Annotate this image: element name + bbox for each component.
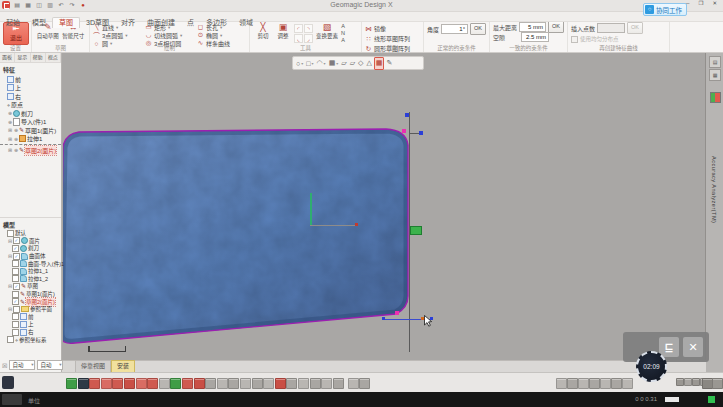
plane-front-icon[interactable]: ▱: [340, 58, 347, 69]
panel-tab-面板[interactable]: 面板: [0, 52, 15, 62]
plane-side-icon[interactable]: ▱: [349, 58, 356, 69]
ribbon-tab-3D草图[interactable]: 3D草图: [80, 18, 115, 28]
filter-clear-icon[interactable]: ☒: [2, 362, 7, 369]
taskbar-tool-icon[interactable]: [348, 378, 359, 389]
drag-handle[interactable]: [410, 226, 422, 235]
ribbon-tab-曲面创建[interactable]: 曲面创建: [141, 18, 181, 28]
sketch-point-top[interactable]: [405, 113, 409, 117]
taskbar-tool-icon[interactable]: [124, 378, 135, 389]
pattern-线形草图阵列-button[interactable]: ∷线形草图阵列: [365, 34, 420, 43]
taskbar-tool-icon[interactable]: [676, 378, 684, 386]
ribbon-tab-点[interactable]: 点: [181, 18, 200, 28]
visibility-checkbox[interactable]: [12, 260, 19, 267]
taskbar-tool-icon[interactable]: [66, 378, 77, 389]
taskbar-tool-icon[interactable]: [78, 378, 89, 389]
visibility-checkbox[interactable]: [12, 321, 19, 328]
visibility-checkbox[interactable]: ✓: [13, 253, 20, 260]
deviation-color-icon[interactable]: [710, 92, 721, 103]
pencil-icon[interactable]: ✎: [385, 58, 393, 69]
tree-item[interactable]: ⊞⊕✎草图2(面片): [0, 146, 61, 155]
pattern-镜像-button[interactable]: ⋈镜像: [365, 24, 420, 33]
taskbar-tool-icon[interactable]: [321, 378, 332, 389]
taskbar-tool-icon[interactable]: [182, 378, 193, 389]
ribbon-tab-对齐[interactable]: 对齐: [115, 18, 141, 28]
text-tool-button[interactable]: A: [341, 23, 345, 30]
sketch-line-endpoint-left[interactable]: [382, 317, 385, 320]
text-tool-button[interactable]: N: [341, 30, 345, 37]
taskbar-tool-icon[interactable]: [684, 378, 692, 386]
taskbar-tool-icon[interactable]: [228, 378, 239, 389]
tree-item[interactable]: 前: [0, 75, 61, 84]
taskbar-tool-icon[interactable]: [159, 378, 170, 389]
constraint-ok-button[interactable]: OK: [548, 21, 564, 33]
filter-select-2[interactable]: 自动: [37, 360, 63, 370]
accuracy-analyzer-tab[interactable]: Accuracy Analyzer(TM): [711, 156, 717, 223]
taskbar-tool-icon[interactable]: [170, 378, 181, 389]
collaborate-button[interactable]: ○ 协同工作: [643, 3, 687, 16]
chamfer-icon[interactable]: ◝: [304, 24, 313, 33]
tree-item[interactable]: 上: [0, 84, 61, 93]
taskbar-tool-icon[interactable]: [147, 378, 158, 389]
taskbar-tool-icon[interactable]: [712, 378, 723, 389]
orbit-view-icon[interactable]: ◠▾: [316, 58, 327, 69]
visibility-checkbox[interactable]: [12, 268, 19, 275]
viewport-3d[interactable]: [63, 52, 707, 360]
visibility-checkbox[interactable]: ✓: [13, 283, 20, 290]
taskbar-tool-icon[interactable]: [205, 378, 216, 389]
taskbar-tool-icon[interactable]: [136, 378, 147, 389]
tree-item[interactable]: ⊞⊕✎草图1(面片): [0, 126, 61, 135]
taskbar-tool-icon[interactable]: [263, 378, 274, 389]
visibility-checkbox[interactable]: [13, 306, 20, 313]
maximize-button[interactable]: ❐: [698, 0, 703, 6]
ribbon-tab-草图[interactable]: 草图: [52, 17, 80, 28]
visibility-checkbox[interactable]: [12, 313, 19, 320]
visibility-checkbox[interactable]: [12, 329, 19, 336]
taskbar-tool-icon[interactable]: [286, 378, 297, 389]
taskbar-tool-icon[interactable]: [240, 378, 251, 389]
mesh-sphere-icon[interactable]: ▦▾: [328, 58, 340, 69]
tree-item[interactable]: ⊕导入(件)1: [0, 118, 61, 127]
taskbar-tool-icon[interactable]: [217, 378, 228, 389]
wedge-icon[interactable]: △: [365, 58, 372, 69]
sketch-point-corner[interactable]: [419, 131, 423, 135]
extend-icon[interactable]: ◟: [294, 34, 303, 43]
taskbar-tool-icon[interactable]: [600, 378, 611, 389]
mesh-highlight-icon[interactable]: ▦: [374, 57, 385, 70]
panel-tab-显示[interactable]: 显示: [15, 52, 30, 62]
taskbar-tool-icon[interactable]: [112, 378, 123, 389]
tree-item[interactable]: ⊞⊕拉伸1: [0, 135, 61, 144]
prism-icon[interactable]: ◇: [357, 58, 364, 69]
split-icon[interactable]: ◞: [304, 34, 313, 43]
angle-input[interactable]: 1°: [441, 24, 468, 34]
copy-icon[interactable]: ▤: [709, 56, 721, 68]
taskbar-tool-icon[interactable]: [333, 378, 344, 389]
taskbar-tool-icon[interactable]: [101, 378, 112, 389]
taskbar-tool-icon[interactable]: [556, 378, 567, 389]
view-cube-icon[interactable]: □▾: [305, 58, 314, 69]
draw-3点圆弧-button[interactable]: ⌒3点圆弧▾: [93, 31, 143, 39]
tree-item[interactable]: ⌖参照坐标系: [0, 336, 61, 344]
taskbar-tool-icon[interactable]: [567, 378, 578, 389]
taskbar-tool-icon[interactable]: [310, 378, 321, 389]
taskbar-tool-icon[interactable]: [611, 378, 622, 389]
ribbon-tab-领域[interactable]: 领域: [233, 18, 259, 28]
taskbar-tool-icon[interactable]: [359, 378, 370, 389]
recorder-close-button[interactable]: ✕: [683, 337, 703, 357]
insert-points-input[interactable]: [597, 23, 625, 33]
constraint-input[interactable]: 5 mm: [519, 22, 546, 32]
taskbar-tool-icon[interactable]: [622, 378, 633, 389]
close-button[interactable]: ✕: [712, 0, 717, 6]
taskbar-tool-icon[interactable]: [89, 378, 100, 389]
taskbar-tool-icon[interactable]: [589, 378, 600, 389]
visibility-checkbox[interactable]: [7, 230, 14, 237]
ribbon-tab-起始[interactable]: 起始: [0, 18, 26, 28]
tree-item[interactable]: 右: [0, 92, 61, 101]
taskbar-tool-icon[interactable]: [194, 378, 205, 389]
panel-tab-帮助[interactable]: 帮助: [31, 52, 46, 62]
view-tab-停靠视图[interactable]: 停靠视图: [75, 360, 111, 372]
taskbar-tool-icon[interactable]: [578, 378, 589, 389]
qr-grid-icon[interactable]: ▦: [709, 69, 721, 81]
select-circle-icon[interactable]: ○▾: [295, 58, 304, 69]
tree-item[interactable]: ⊕剃刀: [0, 109, 61, 118]
visibility-checkbox[interactable]: [12, 275, 19, 282]
